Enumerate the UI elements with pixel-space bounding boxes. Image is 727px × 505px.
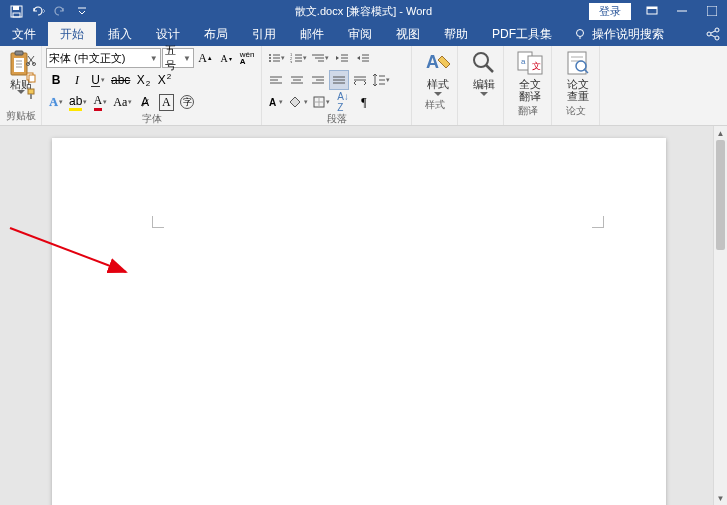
svg-rect-24 bbox=[28, 89, 34, 94]
document-area bbox=[0, 126, 727, 505]
svg-point-26 bbox=[269, 54, 271, 56]
save-icon[interactable] bbox=[6, 1, 26, 21]
group-clipboard: 粘贴 剪贴板 bbox=[0, 46, 42, 125]
minimize-icon[interactable] bbox=[667, 0, 697, 22]
quick-access-toolbar bbox=[0, 1, 92, 21]
scroll-down-icon[interactable]: ▼ bbox=[714, 491, 727, 505]
align-left-button[interactable] bbox=[266, 70, 286, 90]
styles-button[interactable]: A 样式 bbox=[416, 48, 460, 98]
tell-me-search[interactable]: 操作说明搜索 bbox=[564, 22, 699, 46]
enclose-character-button[interactable]: 字 bbox=[177, 92, 197, 112]
thesis-check-button[interactable]: 论文 查重 bbox=[556, 48, 600, 104]
thesis-icon bbox=[564, 50, 592, 76]
svg-rect-6 bbox=[707, 6, 717, 16]
svg-rect-16 bbox=[14, 58, 24, 72]
document-page[interactable] bbox=[52, 138, 666, 505]
increase-indent-button[interactable] bbox=[353, 48, 373, 68]
decrease-indent-button[interactable] bbox=[332, 48, 352, 68]
tab-review[interactable]: 审阅 bbox=[336, 22, 384, 46]
underline-button[interactable]: U▾ bbox=[88, 70, 108, 90]
cut-icon[interactable] bbox=[23, 52, 39, 68]
svg-point-7 bbox=[577, 30, 584, 37]
svg-point-11 bbox=[715, 36, 719, 40]
vertical-scrollbar[interactable]: ▲ ▼ bbox=[713, 126, 727, 505]
redo-icon[interactable] bbox=[50, 1, 70, 21]
chevron-down-icon: ▼ bbox=[150, 54, 158, 63]
phonetic-guide-button[interactable]: wénA bbox=[237, 48, 257, 68]
text-effects-button[interactable]: A▾ bbox=[46, 92, 66, 112]
font-color-button[interactable]: A▾ bbox=[90, 92, 110, 112]
group-label-clipboard: 剪贴板 bbox=[4, 109, 37, 123]
sort-button[interactable]: A↓Z bbox=[333, 92, 353, 112]
tab-layout[interactable]: 布局 bbox=[192, 22, 240, 46]
full-translate-button[interactable]: a文 全文 翻译 bbox=[508, 48, 552, 104]
italic-button[interactable]: I bbox=[67, 70, 87, 90]
undo-icon[interactable] bbox=[28, 1, 48, 21]
shading-button[interactable]: ▾ bbox=[287, 92, 310, 112]
translate-icon: a文 bbox=[516, 50, 544, 76]
svg-rect-1 bbox=[13, 6, 19, 10]
tab-insert[interactable]: 插入 bbox=[96, 22, 144, 46]
scroll-thumb[interactable] bbox=[716, 140, 725, 250]
group-label-editing bbox=[462, 98, 499, 112]
change-case-button[interactable]: Aa▾ bbox=[111, 92, 134, 112]
numbering-button[interactable]: 123▾ bbox=[288, 48, 309, 68]
group-label-translate: 翻译 bbox=[508, 104, 547, 118]
svg-line-69 bbox=[486, 65, 493, 72]
shrink-font-button[interactable]: A▾ bbox=[216, 48, 236, 68]
highlight-button[interactable]: ab▾ bbox=[67, 92, 89, 112]
qat-customize-icon[interactable] bbox=[72, 1, 92, 21]
character-border-button[interactable]: A bbox=[156, 92, 176, 112]
titlebar: 散文.docx [兼容模式] - Word 登录 bbox=[0, 0, 727, 22]
grow-font-button[interactable]: A▴ bbox=[195, 48, 215, 68]
tab-references[interactable]: 引用 bbox=[240, 22, 288, 46]
margin-corner-tl bbox=[152, 216, 164, 228]
tab-file[interactable]: 文件 bbox=[0, 22, 48, 46]
ribbon-options-icon[interactable] bbox=[637, 0, 667, 22]
align-center-button[interactable] bbox=[287, 70, 307, 90]
share-icon[interactable] bbox=[699, 22, 727, 46]
maximize-icon[interactable] bbox=[697, 0, 727, 22]
chevron-down-icon bbox=[434, 92, 442, 96]
group-paragraph: ▾ 123▾ ▾ ▾ A▾ ▾ ▾ A↓Z ¶ 段落 bbox=[262, 46, 412, 125]
svg-text:文: 文 bbox=[532, 61, 541, 71]
asian-layout-button[interactable]: A▾ bbox=[266, 92, 286, 112]
multilevel-list-button[interactable]: ▾ bbox=[310, 48, 331, 68]
document-title: 散文.docx [兼容模式] - Word bbox=[295, 4, 432, 19]
bullets-button[interactable]: ▾ bbox=[266, 48, 287, 68]
subscript-button[interactable]: X2 bbox=[133, 70, 153, 90]
strikethrough-button[interactable]: abc bbox=[109, 70, 132, 90]
tab-mailings[interactable]: 邮件 bbox=[288, 22, 336, 46]
scroll-up-icon[interactable]: ▲ bbox=[714, 126, 727, 140]
tab-pdftools[interactable]: PDF工具集 bbox=[480, 22, 564, 46]
svg-line-12 bbox=[711, 31, 715, 33]
show-marks-button[interactable]: ¶ bbox=[354, 92, 374, 112]
tab-view[interactable]: 视图 bbox=[384, 22, 432, 46]
font-size-select[interactable]: 五号▼ bbox=[162, 48, 194, 68]
bold-button[interactable]: B bbox=[46, 70, 66, 90]
borders-button[interactable]: ▾ bbox=[311, 92, 332, 112]
ribbon-tabs: 文件 开始 插入 设计 布局 引用 邮件 审阅 视图 帮助 PDF工具集 操作说… bbox=[0, 22, 727, 46]
editing-button[interactable]: 编辑 bbox=[462, 48, 506, 98]
margin-corner-tr bbox=[592, 216, 604, 228]
align-right-button[interactable] bbox=[308, 70, 328, 90]
svg-rect-4 bbox=[647, 7, 657, 9]
svg-text:A: A bbox=[426, 52, 439, 72]
group-label-thesis: 论文 bbox=[556, 104, 595, 118]
align-justify-button[interactable] bbox=[329, 70, 349, 90]
format-painter-icon[interactable] bbox=[23, 86, 39, 102]
superscript-button[interactable]: X2 bbox=[154, 70, 174, 90]
group-thesis: 论文 查重 论文 bbox=[552, 46, 600, 125]
tab-home[interactable]: 开始 bbox=[48, 22, 96, 46]
font-name-select[interactable]: 宋体 (中文正文)▼ bbox=[46, 48, 161, 68]
copy-icon[interactable] bbox=[23, 69, 39, 85]
svg-text:3: 3 bbox=[290, 60, 293, 63]
login-button[interactable]: 登录 bbox=[589, 3, 631, 20]
distributed-align-button[interactable] bbox=[350, 70, 370, 90]
line-spacing-button[interactable]: ▾ bbox=[371, 70, 392, 90]
clear-formatting-button[interactable]: A̷ bbox=[135, 92, 155, 112]
group-editing: 编辑 bbox=[458, 46, 504, 125]
svg-point-28 bbox=[269, 57, 271, 59]
svg-rect-15 bbox=[15, 51, 23, 55]
tab-help[interactable]: 帮助 bbox=[432, 22, 480, 46]
